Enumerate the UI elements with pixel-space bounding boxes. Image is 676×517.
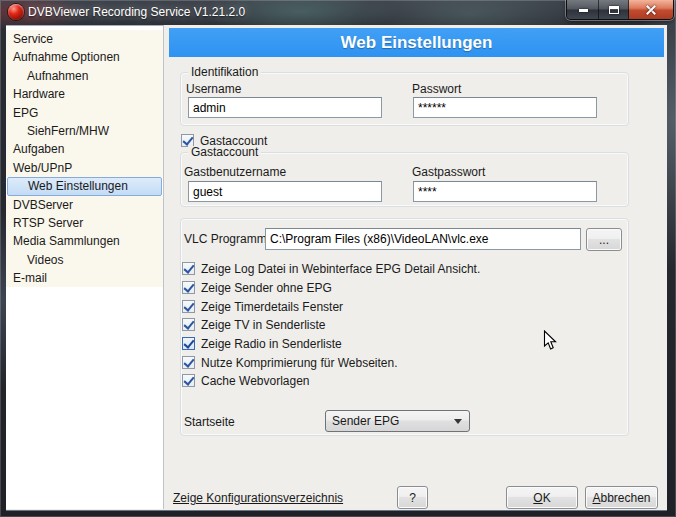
komprimierung-label: Nutze Komprimierung für Webseiten. (201, 356, 398, 370)
vlc-path-field[interactable] (265, 228, 581, 250)
identification-group-label: Identifikation (188, 66, 261, 79)
username-field[interactable] (188, 97, 382, 118)
sidebar-item-email[interactable]: E-mail (6, 269, 163, 287)
sidebar-item-dvbserver[interactable]: DVBServer (6, 196, 163, 214)
cache-webvorlagen-checkbox[interactable] (182, 374, 195, 387)
radio-senderliste-label: Zeige Radio in Senderliste (201, 337, 342, 351)
startpage-label: Startseite (184, 415, 235, 429)
timerdetails-checkbox[interactable] (182, 300, 195, 313)
option-row-radio-senderliste[interactable]: Zeige Radio in Senderliste (182, 336, 342, 351)
option-row-sender-ohne-epg[interactable]: Zeige Sender ohne EPG (182, 280, 332, 295)
vlc-program-label: VLC Programm (184, 232, 267, 246)
sidebar-item-aufgaben[interactable]: Aufgaben (6, 140, 163, 158)
password-label: Passwort (412, 82, 461, 96)
cache-webvorlagen-label: Cache Webvorlagen (201, 374, 310, 388)
guest-password-label: Gastpasswort (412, 165, 485, 179)
chevron-down-icon (454, 419, 462, 424)
config-directory-link[interactable]: Zeige Konfigurationsverzeichnis (173, 491, 343, 505)
dialog-client-area: Service Aufnahme Optionen Aufnahmen Hard… (6, 25, 667, 510)
browse-button[interactable]: ... (586, 228, 622, 251)
radio-senderliste-checkbox[interactable] (182, 337, 195, 350)
ok-button[interactable]: OK (506, 486, 578, 509)
option-row-timerdetails[interactable]: Zeige Timerdetails Fenster (182, 299, 343, 314)
help-button[interactable]: ? (397, 486, 428, 509)
guest-username-label: Gastbenutzername (184, 165, 286, 179)
sidebar-item-service[interactable]: Service (6, 30, 163, 48)
option-row-komprimierung[interactable]: Nutze Komprimierung für Webseiten. (182, 355, 398, 370)
title-bar[interactable]: DVBViewer Recording Service V1.21.2.0 (0, 0, 676, 25)
sidebar-item-hardware[interactable]: Hardware (6, 85, 163, 103)
page-title: Web Einstellungen (169, 28, 664, 57)
settings-sidebar: Service Aufnahme Optionen Aufnahmen Hard… (6, 25, 164, 509)
option-row-log-datei[interactable]: Zeige Log Datei in Webinterface EPG Deta… (182, 261, 480, 276)
sidebar-item-rtsp-server[interactable]: RTSP Server (6, 214, 163, 232)
sidebar-item-web-upnp[interactable]: Web/UPnP (6, 159, 163, 177)
username-label: Username (186, 82, 241, 96)
sender-ohne-epg-label: Zeige Sender ohne EPG (201, 281, 332, 295)
startpage-selected-value: Sender EPG (332, 414, 399, 428)
tv-senderliste-label: Zeige TV in Senderliste (201, 318, 326, 332)
option-row-cache-webvorlagen[interactable]: Cache Webvorlagen (182, 373, 310, 388)
tv-senderliste-checkbox[interactable] (182, 318, 195, 331)
log-datei-checkbox[interactable] (182, 262, 195, 275)
close-button[interactable] (629, 0, 673, 20)
minimize-icon (579, 9, 588, 12)
minimize-button[interactable] (567, 0, 599, 20)
app-icon (8, 4, 24, 20)
app-window: DVBViewer Recording Service V1.21.2.0 Se… (0, 0, 676, 517)
window-title: DVBViewer Recording Service V1.21.2.0 (28, 5, 245, 19)
guest-password-field[interactable] (413, 181, 597, 202)
caption-buttons (566, 0, 674, 20)
guest-account-group-label: Gastaccount (188, 146, 261, 159)
startpage-select[interactable]: Sender EPG (325, 410, 470, 432)
timerdetails-label: Zeige Timerdetails Fenster (201, 300, 343, 314)
sidebar-item-aufnahme-optionen[interactable]: Aufnahme Optionen (6, 48, 163, 66)
maximize-button[interactable] (599, 0, 629, 20)
maximize-icon (609, 6, 619, 14)
sidebar-item-epg[interactable]: EPG (6, 104, 163, 122)
password-field[interactable] (413, 97, 597, 118)
sidebar-item-siehfern-mhw[interactable]: SiehFern/MHW (6, 122, 163, 140)
sidebar-item-web-einstellungen[interactable]: Web Einstellungen (7, 177, 162, 195)
option-row-tv-senderliste[interactable]: Zeige TV in Senderliste (182, 317, 326, 332)
guest-username-field[interactable] (188, 181, 382, 202)
log-datei-label: Zeige Log Datei in Webinterface EPG Deta… (201, 262, 480, 276)
sender-ohne-epg-checkbox[interactable] (182, 281, 195, 294)
close-icon (645, 4, 657, 16)
komprimierung-checkbox[interactable] (182, 356, 195, 369)
sidebar-item-media-sammlungen[interactable]: Media Sammlungen (6, 232, 163, 250)
sidebar-item-videos[interactable]: Videos (6, 251, 163, 269)
cancel-button[interactable]: Abbrechen (585, 486, 658, 509)
sidebar-item-aufnahmen[interactable]: Aufnahmen (6, 67, 163, 85)
